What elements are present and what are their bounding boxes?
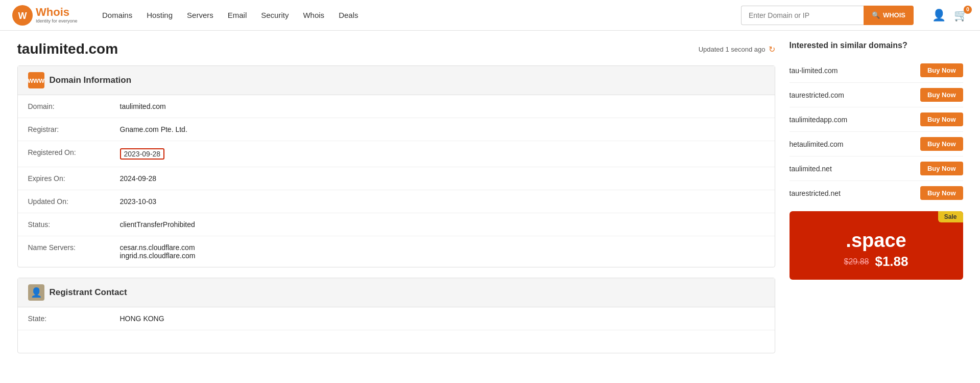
logo-icon: W xyxy=(12,5,33,26)
search-button-label: WHOIS xyxy=(883,11,905,19)
cart-badge: 0 xyxy=(964,6,972,14)
logo-tagline: Identity for everyone xyxy=(36,19,78,24)
domain-info-card-header: www Domain Information xyxy=(18,66,775,95)
field-value-expires-on: 2024-09-28 xyxy=(110,167,775,190)
search-area: 🔍 WHOIS xyxy=(741,6,914,25)
table-row: Updated On: 2023-10-03 xyxy=(18,190,775,213)
similar-domain-item: taurestricted.com Buy Now xyxy=(790,83,963,107)
nav-item-domains[interactable]: Domains xyxy=(96,7,138,24)
buy-now-button[interactable]: Buy Now xyxy=(920,186,963,200)
nav-item-hosting[interactable]: Hosting xyxy=(140,7,179,24)
field-label xyxy=(18,330,110,353)
field-value-placeholder xyxy=(110,330,775,353)
similar-domain-name: taulimitedapp.com xyxy=(790,116,848,124)
nav-item-whois[interactable]: Whois xyxy=(297,7,330,24)
left-panel: taulimited.com Updated 1 second ago ↻ ww… xyxy=(17,41,775,364)
similar-domain-item: taurestricted.net Buy Now xyxy=(790,181,963,205)
sale-tld: .space xyxy=(800,230,953,252)
main-container: taulimited.com Updated 1 second ago ↻ ww… xyxy=(5,31,975,374)
table-row: Expires On: 2024-09-28 xyxy=(18,167,775,190)
field-label: Status: xyxy=(18,213,110,236)
table-row xyxy=(18,330,775,353)
field-value-name-servers: cesar.ns.cloudflare.comingrid.ns.cloudfl… xyxy=(110,236,775,267)
main-nav: Domains Hosting Servers Email Security W… xyxy=(96,7,729,24)
logo-brand-name: Whois xyxy=(36,6,78,18)
field-label: Expires On: xyxy=(18,167,110,190)
domain-info-card: www Domain Information Domain: taulimite… xyxy=(17,65,775,267)
search-button[interactable]: 🔍 WHOIS xyxy=(864,6,914,25)
nav-item-email[interactable]: Email xyxy=(222,7,253,24)
sale-banner: Sale .space $29.88 $1.88 xyxy=(790,211,963,280)
cart-icon[interactable]: 🛒 0 xyxy=(954,9,968,22)
buy-now-button[interactable]: Buy Now xyxy=(920,137,963,151)
header-icons: 👤 🛒 0 xyxy=(932,9,968,22)
domain-card-icon: www xyxy=(28,72,44,88)
refresh-icon[interactable]: ↻ xyxy=(769,44,775,54)
field-label: Registered On: xyxy=(18,141,110,167)
page-title: taulimited.com xyxy=(17,41,118,57)
field-label: Registrar: xyxy=(18,118,110,141)
field-label: State: xyxy=(18,307,110,330)
domain-info-table: Domain: taulimited.com Registrar: Gname.… xyxy=(18,95,775,267)
buy-now-button[interactable]: Buy Now xyxy=(920,112,963,126)
table-row: Registrar: Gname.com Pte. Ltd. xyxy=(18,118,775,141)
svg-text:W: W xyxy=(18,11,27,21)
registrant-info-table: State: HONG KONG xyxy=(18,307,775,353)
page-title-row: taulimited.com Updated 1 second ago ↻ xyxy=(17,41,775,57)
field-value-registered-on: 2023-09-28 xyxy=(110,141,775,167)
similar-domains-list: tau-limited.com Buy Now taurestricted.co… xyxy=(790,58,963,205)
similar-domain-name: tau-limited.com xyxy=(790,66,838,75)
similar-domain-name: taurestricted.net xyxy=(790,189,841,197)
buy-now-button[interactable]: Buy Now xyxy=(920,162,963,175)
field-label: Domain: xyxy=(18,95,110,118)
updated-text: Updated 1 second ago xyxy=(699,46,766,53)
nav-item-security[interactable]: Security xyxy=(255,7,295,24)
site-header: W Whois Identity for everyone Domains Ho… xyxy=(0,0,980,31)
sale-tag: Sale xyxy=(938,211,963,222)
field-label: Updated On: xyxy=(18,190,110,213)
table-row: Domain: taulimited.com xyxy=(18,95,775,118)
table-row: Registered On: 2023-09-28 xyxy=(18,141,775,167)
sale-old-price: $29.88 xyxy=(844,257,869,266)
similar-domain-item: taulimitedapp.com Buy Now xyxy=(790,107,963,132)
registered-on-date: 2023-09-28 xyxy=(120,148,165,160)
search-icon: 🔍 xyxy=(872,11,880,19)
buy-now-button[interactable]: Buy Now xyxy=(920,88,963,102)
similar-domain-item: tau-limited.com Buy Now xyxy=(790,58,963,83)
field-value-updated-on: 2023-10-03 xyxy=(110,190,775,213)
registrant-card-icon: 👤 xyxy=(28,284,44,301)
user-icon[interactable]: 👤 xyxy=(932,9,946,22)
buy-now-button[interactable]: Buy Now xyxy=(920,63,963,77)
similar-domain-name: taulimited.net xyxy=(790,165,832,173)
field-label: Name Servers: xyxy=(18,236,110,267)
registrant-contact-card-header: 👤 Registrant Contact xyxy=(18,278,775,307)
similar-domain-item: hetaulimited.com Buy Now xyxy=(790,132,963,156)
logo-link[interactable]: W Whois Identity for everyone xyxy=(12,5,84,26)
search-input[interactable] xyxy=(741,6,864,25)
updated-badge: Updated 1 second ago ↻ xyxy=(699,44,775,54)
nav-item-deals[interactable]: Deals xyxy=(332,7,364,24)
sale-new-price: $1.88 xyxy=(875,254,908,269)
registrant-contact-card-title: Registrant Contact xyxy=(50,287,127,298)
table-row: Status: clientTransferProhibited xyxy=(18,213,775,236)
registrant-contact-card: 👤 Registrant Contact State: HONG KONG xyxy=(17,278,775,353)
field-value-state: HONG KONG xyxy=(110,307,775,330)
sale-prices: $29.88 $1.88 xyxy=(800,254,953,269)
similar-domain-item: taulimited.net Buy Now xyxy=(790,156,963,181)
table-row: State: HONG KONG xyxy=(18,307,775,330)
similar-domain-name: taurestricted.com xyxy=(790,91,844,99)
table-row: Name Servers: cesar.ns.cloudflare.coming… xyxy=(18,236,775,267)
field-value-domain: taulimited.com xyxy=(110,95,775,118)
right-panel: Interested in similar domains? tau-limit… xyxy=(790,41,963,364)
field-value-registrar: Gname.com Pte. Ltd. xyxy=(110,118,775,141)
similar-domain-name: hetaulimited.com xyxy=(790,140,844,148)
field-value-status: clientTransferProhibited xyxy=(110,213,775,236)
similar-domains-title: Interested in similar domains? xyxy=(790,41,963,50)
nav-item-servers[interactable]: Servers xyxy=(181,7,220,24)
domain-info-card-title: Domain Information xyxy=(50,75,132,85)
